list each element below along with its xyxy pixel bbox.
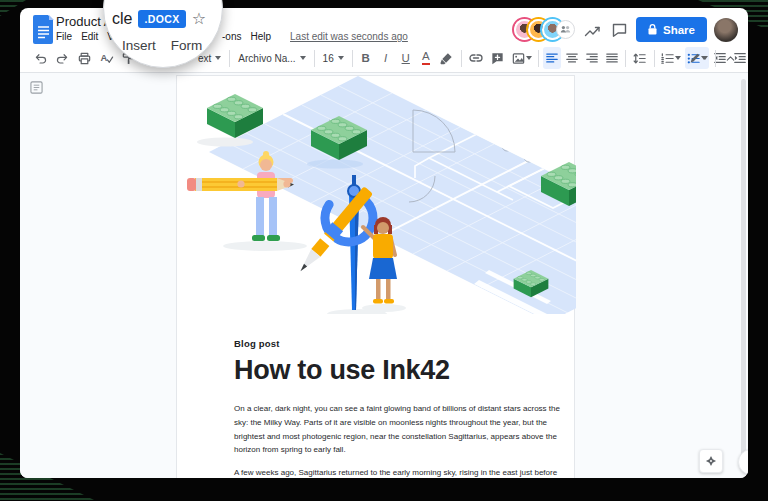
hero-illustration — [177, 76, 576, 314]
spell-check-button[interactable]: A — [96, 47, 116, 69]
menubar-right: -ons Help Last edit was seconds ago — [222, 31, 408, 42]
insert-link-button[interactable] — [466, 47, 486, 69]
justify-icon — [605, 51, 619, 65]
redo-icon — [55, 51, 70, 66]
undo-icon — [33, 51, 48, 66]
star-icon[interactable]: ☆ — [192, 11, 206, 27]
line-spacing-icon — [632, 51, 647, 66]
share-button[interactable]: Share — [636, 17, 707, 42]
chevron-down-icon — [300, 56, 306, 60]
highlighter-icon — [439, 51, 454, 66]
redo-button[interactable] — [52, 47, 72, 69]
open-comments-button[interactable] — [609, 20, 629, 40]
print-icon — [77, 51, 92, 66]
chevron-down-icon — [338, 56, 344, 60]
insert-image-button[interactable] — [510, 47, 534, 69]
last-edit-link[interactable]: Last edit was seconds ago — [290, 31, 408, 42]
magnified-menu-insert[interactable]: Insert — [122, 38, 156, 53]
menu-file[interactable]: File — [56, 31, 72, 42]
document-outline-icon — [30, 81, 43, 94]
chevron-down-icon — [526, 56, 532, 60]
underline-button[interactable]: U — [397, 47, 415, 69]
activity-dashboard-button[interactable] — [582, 20, 602, 40]
explore-button[interactable] — [699, 449, 723, 473]
more-collaborators-button[interactable] — [556, 20, 575, 39]
align-right-button[interactable] — [583, 47, 601, 69]
google-docs-logo-icon[interactable] — [32, 14, 54, 48]
article-kicker: Blog post — [234, 338, 566, 349]
people-icon — [560, 25, 571, 34]
align-center-icon — [565, 51, 579, 65]
line-spacing-button[interactable] — [630, 47, 650, 69]
share-button-label: Share — [663, 24, 695, 36]
document-area: Blog post How to use Ink42 On a clear, d… — [20, 73, 748, 478]
chevron-down-icon — [215, 56, 221, 60]
print-button[interactable] — [74, 47, 94, 69]
docs-window: Product Article File Edit View -ons Help… — [20, 8, 748, 478]
screenshot-background: Product Article File Edit View -ons Help… — [0, 0, 768, 501]
chevron-up-icon — [724, 52, 737, 65]
justify-button[interactable] — [603, 47, 621, 69]
svg-text:A: A — [100, 53, 107, 63]
font-size-dropdown[interactable]: 16 — [319, 47, 348, 69]
vertical-scrollbar[interactable] — [741, 79, 746, 463]
trend-arrow-icon — [584, 23, 601, 37]
font-family-dropdown[interactable]: Archivo Na... — [234, 47, 309, 69]
numbered-list-button[interactable] — [659, 47, 683, 69]
highlight-color-button[interactable] — [437, 47, 457, 69]
editing-mode-dropdown[interactable] — [685, 47, 711, 69]
account-avatar[interactable] — [714, 18, 738, 42]
bold-button[interactable]: B — [357, 47, 375, 69]
article-paragraph: A few weeks ago, Sagittarius returned to… — [234, 466, 566, 478]
comment-bubble-icon — [612, 23, 627, 37]
align-left-icon — [545, 51, 559, 65]
spell-check-icon: A — [99, 51, 114, 66]
collaborator-avatars — [514, 19, 575, 40]
undo-button[interactable] — [30, 47, 50, 69]
chevron-down-icon — [702, 56, 708, 60]
docx-badge[interactable]: .DOCX — [138, 10, 185, 28]
magnified-menu-format-fragment[interactable]: Form — [171, 38, 203, 53]
text-color-button[interactable]: A — [417, 47, 435, 69]
italic-button[interactable]: I — [377, 47, 395, 69]
show-outline-button[interactable] — [29, 80, 43, 94]
article-heading: How to use Ink42 — [234, 355, 566, 386]
article-paragraph: On a clear, dark night, you can see a fa… — [234, 402, 566, 457]
add-comment-button[interactable] — [488, 47, 508, 69]
align-left-button[interactable] — [543, 47, 561, 69]
chevron-down-icon — [675, 56, 681, 60]
menu-addons-fragment[interactable]: -ons — [222, 31, 241, 42]
lock-icon — [648, 24, 657, 35]
align-right-icon — [585, 51, 599, 65]
image-icon — [511, 51, 526, 66]
align-center-button[interactable] — [563, 47, 581, 69]
hide-side-panel-button[interactable]: ‹ — [738, 449, 748, 475]
magnified-title-fragment: cle — [112, 10, 132, 28]
pencil-icon — [688, 51, 702, 65]
add-comment-icon — [490, 51, 505, 66]
link-icon — [468, 50, 484, 66]
explore-icon — [704, 454, 718, 468]
numbered-list-icon — [660, 51, 675, 66]
menu-help[interactable]: Help — [250, 31, 271, 42]
collapse-toolbar-button[interactable] — [720, 47, 740, 69]
menu-edit[interactable]: Edit — [81, 31, 98, 42]
document-page[interactable]: Blog post How to use Ink42 On a clear, d… — [176, 75, 575, 478]
